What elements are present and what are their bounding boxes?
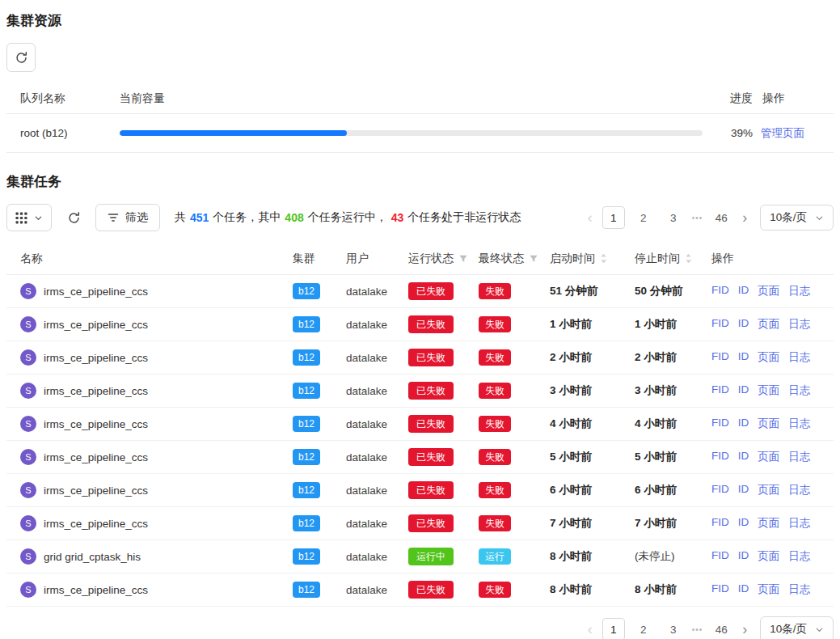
log-link[interactable]: 日志 <box>788 450 810 464</box>
sort-icon[interactable] <box>685 253 692 264</box>
fid-link[interactable]: FID <box>711 549 729 564</box>
resources-refresh-button[interactable] <box>6 43 36 72</box>
final-status-badge: 失败 <box>479 515 511 531</box>
fid-link[interactable]: FID <box>711 350 729 365</box>
log-link[interactable]: 日志 <box>788 350 810 365</box>
id-link[interactable]: ID <box>738 582 749 597</box>
id-link[interactable]: ID <box>738 483 749 497</box>
fid-link[interactable]: FID <box>711 383 729 398</box>
cluster-cell: b12 <box>293 283 346 299</box>
tasks-refresh-button[interactable] <box>63 204 84 231</box>
task-name: irms_ce_pipeline_ccs <box>44 485 148 497</box>
page-link[interactable]: 页面 <box>758 383 779 398</box>
cluster-cell: b12 <box>293 416 346 432</box>
log-link[interactable]: 日志 <box>788 383 810 398</box>
page-link[interactable]: 页面 <box>758 549 779 564</box>
log-link[interactable]: 日志 <box>788 483 810 497</box>
cluster-cell: b12 <box>293 482 346 498</box>
sort-icon[interactable] <box>600 253 607 264</box>
task-name-cell: Sirms_ce_pipeline_ccs <box>20 349 293 366</box>
task-name: irms_ce_pipeline_ccs <box>44 584 148 596</box>
cluster-cell: b12 <box>293 449 346 465</box>
page-link[interactable]: 页面 <box>758 284 779 298</box>
stop-time: 3 小时前 <box>635 383 711 398</box>
filter-icon <box>108 213 119 222</box>
final-status-badge: 失败 <box>479 416 511 432</box>
id-link[interactable]: ID <box>738 549 749 564</box>
task-name-cell: Sirms_ce_pipeline_ccs <box>20 449 293 465</box>
log-link[interactable]: 日志 <box>788 317 810 332</box>
page-size-select[interactable]: 10条/页 <box>760 616 834 639</box>
page-size-select[interactable]: 10条/页 <box>760 205 834 231</box>
log-link[interactable]: 日志 <box>788 582 810 597</box>
running-count: 408 <box>285 211 303 224</box>
pagination-page-2[interactable]: 2 <box>632 206 655 229</box>
task-table-body: Sirms_ce_pipeline_ccsb12datalake已失败失败51 … <box>6 275 834 607</box>
id-link[interactable]: ID <box>738 516 749 531</box>
page-link[interactable]: 页面 <box>758 350 779 365</box>
pagination-page-3[interactable]: 3 <box>662 206 685 229</box>
total-count: 451 <box>190 211 209 224</box>
fid-link[interactable]: FID <box>711 417 729 431</box>
filter-button[interactable]: 筛选 <box>95 204 160 231</box>
page-link[interactable]: 页面 <box>758 516 779 531</box>
cluster-badge: b12 <box>293 449 320 465</box>
column-settings-button[interactable] <box>6 204 52 231</box>
column-header-label: 运行状态 <box>408 252 454 266</box>
log-link[interactable]: 日志 <box>788 284 810 298</box>
task-actions: FIDID页面日志 <box>711 450 810 464</box>
pagination-prev-button[interactable]: ‹ <box>585 210 595 225</box>
id-link[interactable]: ID <box>738 450 749 464</box>
fid-link[interactable]: FID <box>711 582 729 597</box>
start-time: 51 分钟前 <box>550 284 635 298</box>
pagination-prev-button[interactable]: ‹ <box>585 622 595 637</box>
pagination-next-button[interactable]: › <box>740 210 749 225</box>
page-link[interactable]: 页面 <box>758 450 779 464</box>
pagination-next-button[interactable]: › <box>740 622 749 637</box>
task-table-header: 名称 集群 用户 运行状态 最终状态 启动时间 停止时间 <box>6 243 834 275</box>
fid-link[interactable]: FID <box>711 284 729 298</box>
final-status-badge: 失败 <box>479 482 511 498</box>
pagination-ellipsis[interactable]: ••• <box>692 214 703 222</box>
fid-link[interactable]: FID <box>711 317 729 332</box>
user-name: datalake <box>346 319 408 331</box>
summary-text: 个任务运行中， <box>308 210 387 225</box>
pagination-page-46[interactable]: 46 <box>710 206 732 229</box>
filter-funnel-icon[interactable] <box>458 254 468 264</box>
filter-funnel-icon[interactable] <box>529 254 538 264</box>
pagination-page-2[interactable]: 2 <box>632 618 655 639</box>
refresh-icon <box>15 51 28 65</box>
id-link[interactable]: ID <box>738 383 749 398</box>
task-actions: FIDID页面日志 <box>711 582 810 597</box>
fid-link[interactable]: FID <box>711 450 729 464</box>
log-link[interactable]: 日志 <box>788 549 810 564</box>
run-status-badge: 已失败 <box>408 481 454 499</box>
pagination-page-1[interactable]: 1 <box>602 618 625 639</box>
user-name: datalake <box>346 451 408 463</box>
pagination-ellipsis[interactable]: ••• <box>692 625 703 634</box>
page-link[interactable]: 页面 <box>758 417 779 431</box>
fid-link[interactable]: FID <box>711 483 729 497</box>
non-running-count: 43 <box>391 211 404 224</box>
page-link[interactable]: 页面 <box>758 483 779 497</box>
log-link[interactable]: 日志 <box>788 417 810 431</box>
avatar: S <box>20 416 36 432</box>
column-header-actions: 操作 <box>761 91 834 106</box>
pagination-page-3[interactable]: 3 <box>662 618 685 639</box>
run-status-badge: 已失败 <box>408 514 454 532</box>
fid-link[interactable]: FID <box>711 516 729 531</box>
manage-page-link[interactable]: 管理页面 <box>761 127 804 139</box>
tasks-toolbar: 筛选 共 451 个任务，其中 408 个任务运行中， 43 个任务处于非运行状… <box>6 204 834 231</box>
page-link[interactable]: 页面 <box>758 317 779 332</box>
task-actions: FIDID页面日志 <box>711 549 810 564</box>
column-header-label: 操作 <box>711 252 734 266</box>
id-link[interactable]: ID <box>738 350 749 365</box>
log-link[interactable]: 日志 <box>788 516 810 531</box>
pagination-page-1[interactable]: 1 <box>602 206 625 229</box>
id-link[interactable]: ID <box>738 417 749 431</box>
pagination-page-46[interactable]: 46 <box>710 618 732 639</box>
filter-button-label: 筛选 <box>125 210 148 225</box>
id-link[interactable]: ID <box>738 317 749 332</box>
page-link[interactable]: 页面 <box>758 582 779 597</box>
id-link[interactable]: ID <box>738 284 749 298</box>
